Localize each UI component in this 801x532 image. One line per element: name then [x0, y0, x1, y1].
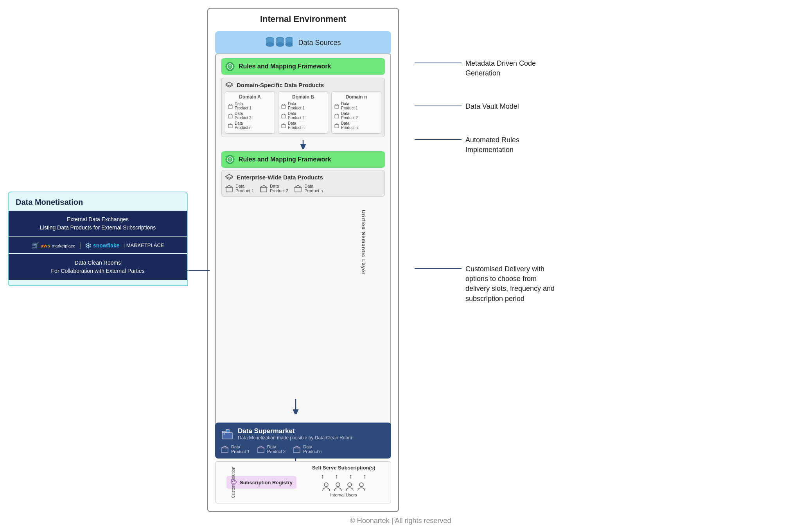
- internal-environment-box: Internal Environment Data Sources: [207, 8, 399, 512]
- svg-marker-23: [228, 114, 232, 115]
- supermarket-product-1: DataProduct 1: [221, 444, 250, 454]
- clean-rooms-text: Data Clean RoomsFor Collaboration with E…: [9, 254, 187, 280]
- domain-b-title: Domain B: [281, 94, 325, 100]
- svg-rect-20: [228, 105, 232, 108]
- domain-a-product-2: DataProduct 2: [228, 111, 272, 120]
- domain-b-card: Domain B DataProduct 1 DataProduct 2 Dat…: [278, 91, 328, 134]
- footer: © Hoonartek | All rights reserved: [0, 517, 801, 525]
- box-icon: [228, 113, 233, 118]
- svg-rect-24: [228, 125, 232, 128]
- box-icon: [334, 113, 339, 118]
- aws-icon: 🛒 aws marketplace: [32, 242, 75, 249]
- svg-rect-22: [228, 115, 232, 118]
- box-icon-en: [294, 184, 302, 193]
- svg-marker-64: [294, 446, 300, 448]
- supermarket-product-2: DataProduct 2: [257, 444, 286, 454]
- domain-n-product-1: DataProduct 1: [334, 102, 379, 110]
- box-icon: [281, 103, 286, 109]
- domain-n-card: Domain n DataProduct 1 DataProduct 2 Dat…: [331, 91, 381, 134]
- box-icon-s2: [257, 445, 265, 453]
- supermarket-products-row: DataProduct 1 DataProduct 2 DataProduct …: [221, 444, 386, 454]
- svg-marker-44: [226, 174, 233, 178]
- unified-semantic-label: Unified Semantic Layer: [361, 210, 367, 275]
- svg-point-71: [348, 483, 352, 487]
- svg-rect-55: [222, 433, 232, 439]
- custom-solution-label: Custom Solution: [231, 467, 235, 498]
- box-icon-s1: [221, 445, 229, 453]
- annotation-metadata-text: Metadata Driven Code Generation: [465, 59, 559, 78]
- annotation-customised-text: Customised Delivery with options to choo…: [465, 264, 559, 304]
- svg-rect-59: [222, 448, 228, 453]
- domain-specific-header: Domain-Specific Data Products: [225, 81, 381, 88]
- page: © Hoonartek | All rights reserved Data M…: [0, 0, 801, 532]
- self-serve-title: Self Serve Subscription(s): [312, 465, 375, 471]
- user-icon-1: [322, 482, 330, 492]
- svg-point-70: [336, 483, 340, 487]
- svg-rect-57: [226, 430, 229, 433]
- compass-icon-2: [225, 155, 235, 164]
- enterprise-products-row: DataProduct 1 DataProduct 2 DataProduct …: [225, 184, 381, 193]
- user-icon-4: [357, 482, 366, 492]
- domain-n-title: Domain n: [334, 94, 379, 100]
- svg-rect-56: [222, 431, 225, 433]
- svg-rect-61: [258, 448, 264, 453]
- svg-rect-34: [335, 115, 339, 118]
- svg-rect-36: [335, 125, 339, 128]
- box-icon: [228, 123, 233, 128]
- arrows-down-indicators: ↕↕↕↕: [321, 473, 366, 480]
- domain-b-product-1: DataProduct 1: [281, 102, 325, 110]
- supermarket-title: Data Supermarket: [238, 427, 352, 435]
- svg-rect-49: [260, 187, 267, 192]
- footer-text: © Hoonartek | All rights reserved: [350, 517, 451, 525]
- arrow-semantic-down: [290, 399, 301, 414]
- snowflake-icon: ❄️ snowflake: [85, 242, 120, 249]
- annotation-datavault-text: Data Vault Model: [465, 102, 519, 111]
- annotation-automated: Automated Rules Implementation: [415, 135, 559, 155]
- domain-specific-title: Domain-Specific Data Products: [237, 82, 324, 88]
- svg-marker-50: [260, 185, 267, 187]
- custom-solution-inner: Subscription Registry Self Serve Subscri…: [226, 462, 391, 503]
- enterprise-box: Enterprise-Wide Data Products DataProduc…: [221, 170, 385, 197]
- rules-framework-1-bar: Rules and Mapping Framework: [221, 58, 385, 75]
- domain-a-card: Domain A DataProduct 1 DataProduct 2 Dat…: [225, 91, 275, 134]
- enterprise-product-1: DataProduct 1: [225, 184, 254, 193]
- compass-icon-1: [225, 62, 235, 71]
- box-icon-sn: [293, 445, 301, 453]
- svg-rect-32: [335, 105, 339, 108]
- box-icon: [228, 103, 233, 109]
- svg-rect-28: [282, 115, 286, 118]
- annotations-panel: Metadata Driven Code Generation Data Vau…: [415, 59, 559, 327]
- supermarket-icon: [221, 427, 234, 441]
- annotation-metadata: Metadata Driven Code Generation: [415, 59, 559, 78]
- svg-point-4: [266, 43, 274, 47]
- enterprise-header: Enterprise-Wide Data Products: [225, 174, 381, 181]
- annotation-line-3: [415, 139, 462, 140]
- subscription-registry: Subscription Registry: [226, 476, 296, 489]
- domain-n-product-n: DataProduct n: [334, 121, 379, 130]
- svg-marker-21: [228, 104, 232, 105]
- annotation-line-2: [415, 106, 462, 106]
- svg-marker-29: [282, 114, 286, 115]
- svg-rect-30: [282, 125, 286, 128]
- box-icon: [281, 113, 286, 118]
- domain-b-product-n: DataProduct n: [281, 121, 325, 130]
- svg-point-10: [286, 43, 293, 47]
- rules-framework-2-bar: Rules and Mapping Framework: [221, 151, 385, 168]
- domain-a-product-n: DataProduct n: [228, 121, 272, 130]
- domain-n-product-2: DataProduct 2: [334, 111, 379, 120]
- semantic-layer-box: Unified Semantic Layer Rules and Mapping…: [215, 54, 391, 431]
- svg-point-72: [359, 483, 363, 487]
- annotation-customised: Customised Delivery with options to choo…: [415, 264, 559, 304]
- user-icon-3: [345, 482, 354, 492]
- rules-framework-1-label: Rules and Mapping Framework: [239, 63, 331, 70]
- box-icon-e1: [225, 184, 233, 193]
- svg-marker-37: [335, 124, 339, 125]
- svg-marker-35: [335, 114, 339, 115]
- svg-marker-17: [226, 82, 233, 86]
- arrow-domain-down: [298, 140, 309, 149]
- svg-point-7: [276, 43, 284, 47]
- box-icon: [334, 123, 339, 128]
- data-monetisation-box: Data Monetisation External Data Exchange…: [8, 192, 188, 286]
- enterprise-title: Enterprise-Wide Data Products: [237, 174, 323, 181]
- supermarket-header: Data Supermarket Data Monetization made …: [221, 427, 386, 441]
